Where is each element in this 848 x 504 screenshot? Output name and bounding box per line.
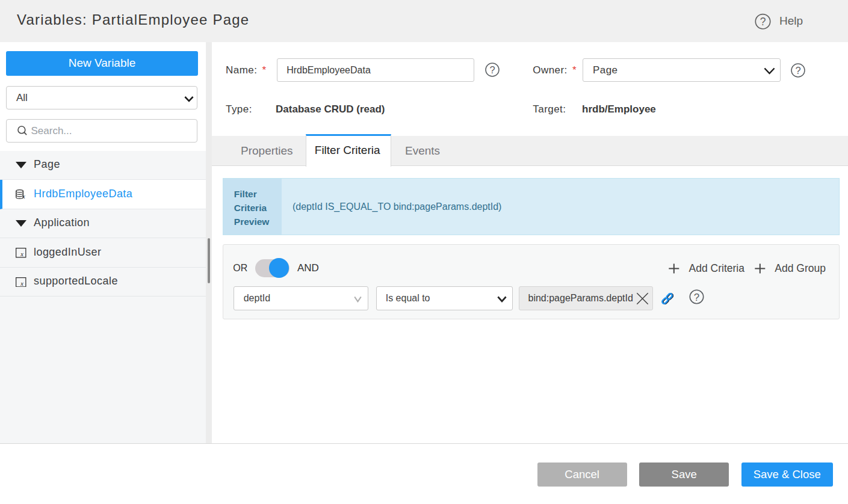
svg-text:x: x <box>22 193 25 199</box>
svg-text:?: ? <box>760 16 766 28</box>
svg-text:?: ? <box>489 64 495 75</box>
svg-text:x: x <box>20 280 23 287</box>
svg-text:?: ? <box>694 292 699 303</box>
svg-text:x: x <box>20 251 23 258</box>
svg-text:?: ? <box>795 65 800 76</box>
